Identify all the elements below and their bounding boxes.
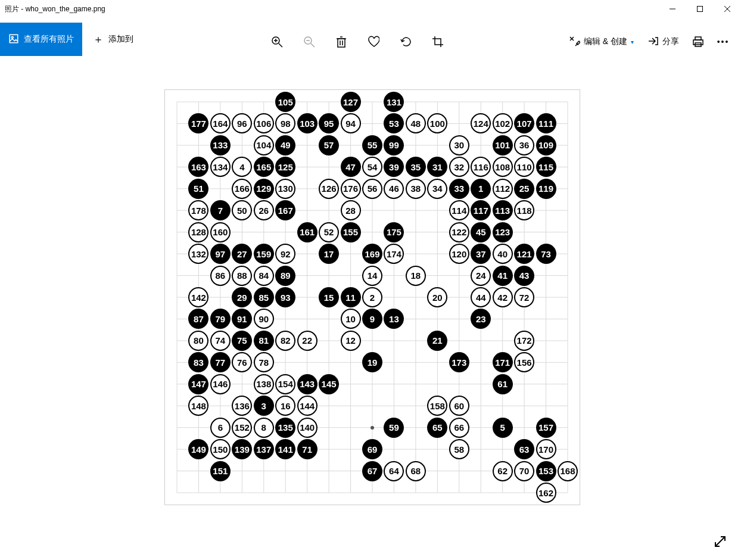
stone-151: 151: [210, 461, 231, 481]
stone-154: 154: [275, 374, 295, 394]
stone-74: 74: [210, 331, 231, 351]
stone-153: 153: [536, 461, 556, 481]
stone-58: 58: [449, 439, 469, 459]
share-button[interactable]: 分享: [647, 36, 679, 48]
zoom-out-icon[interactable]: [303, 36, 315, 48]
close-button[interactable]: [714, 0, 741, 18]
stone-11: 11: [341, 287, 361, 307]
stone-135: 135: [275, 418, 295, 438]
stone-60: 60: [449, 396, 469, 416]
stone-103: 103: [297, 113, 317, 133]
stone-43: 43: [514, 266, 534, 286]
stone-150: 150: [210, 439, 231, 459]
stone-145: 145: [319, 374, 339, 394]
stone-134: 134: [210, 157, 231, 177]
stone-63: 63: [514, 439, 534, 459]
stone-18: 18: [406, 266, 426, 286]
stone-173: 173: [449, 352, 469, 372]
stone-143: 143: [297, 374, 317, 394]
print-icon[interactable]: [692, 36, 704, 48]
stone-127: 127: [341, 92, 361, 112]
stone-157: 157: [536, 418, 556, 438]
stone-166: 166: [232, 179, 252, 199]
view-all-label: 查看所有照片: [24, 34, 74, 45]
delete-icon[interactable]: [335, 36, 347, 48]
stone-122: 122: [449, 222, 469, 242]
add-to-label: 添加到: [108, 34, 133, 45]
stone-72: 72: [514, 287, 534, 307]
rotate-icon[interactable]: [400, 36, 412, 48]
stone-170: 170: [536, 439, 556, 459]
edit-create-label: 编辑 & 创建: [584, 36, 627, 47]
stone-129: 129: [254, 179, 274, 199]
stone-44: 44: [471, 287, 491, 307]
stone-101: 101: [493, 135, 513, 155]
stone-66: 66: [449, 418, 469, 438]
edit-create-button[interactable]: 编辑 & 创建 ▾: [568, 35, 634, 49]
svg-rect-13: [338, 39, 345, 47]
stone-89: 89: [275, 266, 295, 286]
share-icon: [647, 36, 659, 48]
stone-165: 165: [254, 157, 274, 177]
stone-137: 137: [254, 439, 274, 459]
stone-94: 94: [341, 113, 361, 133]
stone-128: 128: [188, 222, 208, 242]
stone-41: 41: [493, 266, 513, 286]
stone-140: 140: [297, 418, 317, 438]
stone-71: 71: [297, 439, 317, 459]
stone-77: 77: [210, 352, 231, 372]
stone-70: 70: [514, 461, 534, 481]
right-tools: 编辑 & 创建 ▾ 分享 •••: [568, 25, 729, 58]
content-area: 1051271311771649610698103959453481001241…: [0, 61, 741, 560]
stone-176: 176: [341, 179, 361, 199]
stone-3: 3: [254, 396, 274, 416]
stone-105: 105: [275, 92, 295, 112]
plus-icon: ＋: [93, 32, 104, 46]
favorite-icon[interactable]: [368, 36, 379, 48]
stone-82: 82: [275, 331, 295, 351]
center-tools: [271, 25, 444, 58]
stone-68: 68: [406, 461, 426, 481]
stone-73: 73: [536, 244, 556, 264]
stone-84: 84: [254, 266, 274, 286]
stone-138: 138: [254, 374, 274, 394]
add-to-button[interactable]: ＋ 添加到: [93, 32, 133, 46]
stone-8: 8: [254, 418, 274, 438]
edit-icon: [568, 35, 580, 49]
zoom-in-icon[interactable]: [271, 36, 283, 48]
stone-171: 171: [493, 352, 513, 372]
stone-121: 121: [514, 244, 534, 264]
stone-123: 123: [493, 222, 513, 242]
stone-22: 22: [297, 331, 317, 351]
stone-160: 160: [210, 222, 231, 242]
minimize-button[interactable]: [659, 0, 686, 18]
stone-62: 62: [493, 461, 513, 481]
stone-28: 28: [341, 200, 361, 220]
maximize-button[interactable]: [686, 0, 714, 18]
more-icon[interactable]: •••: [717, 36, 729, 48]
stone-172: 172: [514, 331, 534, 351]
crop-icon[interactable]: [432, 36, 444, 48]
stone-2: 2: [362, 287, 382, 307]
stone-59: 59: [384, 418, 404, 438]
svg-rect-4: [10, 35, 18, 43]
stone-102: 102: [493, 113, 513, 133]
stone-147: 147: [188, 374, 208, 394]
svg-line-11: [311, 43, 315, 47]
stone-55: 55: [362, 135, 382, 155]
stone-61: 61: [493, 374, 513, 394]
stone-169: 169: [362, 244, 382, 264]
svg-line-60: [715, 537, 725, 546]
stone-33: 33: [449, 179, 469, 199]
stone-65: 65: [427, 418, 447, 438]
stone-36: 36: [514, 135, 534, 155]
stone-119: 119: [536, 179, 556, 199]
stone-88: 88: [232, 266, 252, 286]
expand-icon[interactable]: [714, 535, 727, 550]
stone-47: 47: [341, 157, 361, 177]
stone-144: 144: [297, 396, 317, 416]
window-title: 照片 - who_won_the_game.png: [5, 4, 105, 14]
stone-15: 15: [319, 287, 339, 307]
stone-40: 40: [493, 244, 513, 264]
view-all-photos-button[interactable]: 查看所有照片: [0, 23, 82, 56]
